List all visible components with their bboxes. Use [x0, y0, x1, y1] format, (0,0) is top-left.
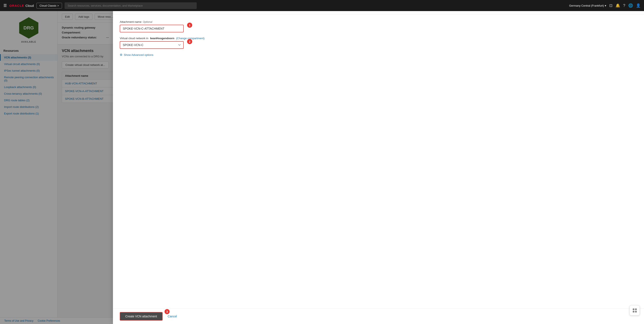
region-selector[interactable]: Germany Central (Frankfurt) ▾: [569, 4, 606, 7]
monitor-icon[interactable]: ⊡: [609, 3, 612, 8]
create-vcn-attachment-button[interactable]: Create VCN attachment: [120, 312, 162, 320]
vcn-select[interactable]: SPOKE-VCN-C: [120, 41, 184, 49]
footer-badge-area: Create VCN attachment 3 Cancel: [120, 312, 177, 320]
top-navigation: ☰ ORACLE Cloud Cloud Classic > Germany C…: [0, 0, 644, 11]
vcn-label: Virtual cloud network in: [120, 37, 148, 40]
chevron-down-icon: ▾: [605, 4, 606, 7]
step-badge-3: 3: [164, 309, 170, 314]
modal-body: Attachment name Optional 1 Virtual cloud…: [113, 14, 644, 308]
step-badge-1: 1: [187, 22, 192, 28]
globe-icon[interactable]: 🌐: [628, 3, 633, 8]
help-dot: [633, 311, 634, 312]
oracle-text: ORACLE: [10, 4, 24, 8]
attachment-name-input[interactable]: [120, 25, 184, 32]
help-widget[interactable]: [630, 305, 640, 316]
help-icon[interactable]: ?: [623, 4, 625, 8]
help-dot: [635, 311, 637, 312]
attachment-name-label: Attachment name Optional: [120, 20, 637, 24]
main-layout: DRG AVAILABLE Resources VCN attachments …: [0, 11, 644, 324]
optional-label: Optional: [143, 20, 152, 24]
sliders-icon: ⚙: [120, 53, 122, 56]
nav-right-area: Germany Central (Frankfurt) ▾ ⊡ 🔔 ? 🌐 👤: [569, 3, 640, 8]
user-avatar[interactable]: 👤: [636, 3, 640, 8]
vcn-label-row: Virtual cloud network in IwanHoogendoorn…: [120, 37, 637, 40]
attachment-name-group: Attachment name Optional 1: [120, 20, 637, 32]
advanced-options-label: Show Advanced options: [124, 53, 154, 56]
help-dot: [635, 308, 637, 310]
modal-header: Create VCN attachment Help: [113, 11, 644, 14]
vcn-compartment-name: IwanHoogendoorn: [150, 37, 174, 40]
hamburger-menu[interactable]: ☰: [4, 3, 7, 8]
help-dot: [633, 308, 634, 310]
modal-footer: Create VCN attachment 3 Cancel: [113, 308, 644, 324]
region-label: Germany Central (Frankfurt): [569, 4, 604, 7]
vcn-select-group: Virtual cloud network in IwanHoogendoorn…: [120, 37, 637, 49]
step-badge-2: 2: [187, 39, 192, 44]
oracle-logo: ORACLE Cloud: [10, 4, 34, 8]
advanced-options-link[interactable]: ⚙ Show Advanced options: [120, 53, 637, 56]
bell-icon[interactable]: 🔔: [616, 3, 620, 8]
cancel-button[interactable]: Cancel: [168, 314, 177, 318]
search-input[interactable]: [64, 2, 197, 9]
help-widget-grid: [633, 308, 637, 312]
cloud-classic-button[interactable]: Cloud Classic >: [36, 3, 62, 8]
cloud-text: Cloud: [25, 4, 34, 8]
create-vcn-attachment-modal: Create VCN attachment Help Attachment na…: [113, 11, 644, 324]
